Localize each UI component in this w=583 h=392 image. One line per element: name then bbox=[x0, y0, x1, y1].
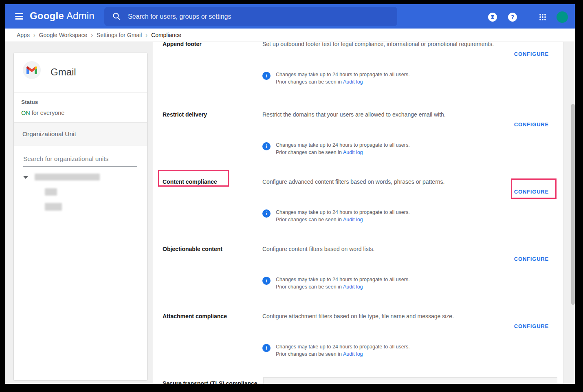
propagation-info: i Changes may take up to 24 hours to pro… bbox=[262, 209, 410, 223]
configure-button[interactable]: CONFIGURE bbox=[514, 51, 549, 57]
status-on-text: ON bbox=[21, 110, 30, 116]
info-line1: Changes may take up to 24 hours to propa… bbox=[276, 71, 410, 79]
org-unit-search-input[interactable] bbox=[23, 153, 137, 167]
google-admin-logo: GoogleAdmin bbox=[30, 10, 95, 22]
gmail-settings-sidebar: Gmail Status ON for everyone Organizatio… bbox=[14, 53, 147, 380]
admin-console-window: GoogleAdmin ? Apps › Google Wor bbox=[5, 4, 575, 384]
info-line1: Changes may take up to 24 hours to propa… bbox=[276, 344, 410, 351]
setting-label: Append footer bbox=[163, 42, 266, 48]
info-line2: Prior changes can be seen inAudit log bbox=[276, 79, 410, 86]
breadcrumb-google-workspace[interactable]: Google Workspace bbox=[39, 32, 88, 38]
info-line1: Changes may take up to 24 hours to propa… bbox=[276, 142, 410, 149]
info-icon: i bbox=[262, 72, 271, 80]
page-body: Gmail Status ON for everyone Organizatio… bbox=[5, 42, 575, 384]
global-search-box[interactable] bbox=[104, 7, 397, 26]
info-line1: Changes may take up to 24 hours to propa… bbox=[276, 209, 410, 216]
global-search-input[interactable] bbox=[128, 7, 389, 26]
setting-description: Configure attachment filters based on fi… bbox=[262, 313, 502, 320]
setting-description: Restrict the domains that your users are… bbox=[262, 111, 502, 118]
info-line2: Prior changes can be seen inAudit log bbox=[276, 149, 410, 156]
info-line2: Prior changes can be seen inAudit log bbox=[276, 351, 410, 358]
status-rest-text: for everyone bbox=[30, 110, 65, 116]
info-icon: i bbox=[262, 209, 271, 218]
setting-label: Objectionable content bbox=[163, 245, 266, 253]
account-avatar[interactable] bbox=[557, 11, 568, 23]
org-unit-child-redacted[interactable] bbox=[45, 203, 62, 211]
info-line1: Changes may take up to 24 hours to propa… bbox=[276, 276, 410, 284]
breadcrumb-settings-for-gmail[interactable]: Settings for Gmail bbox=[97, 32, 142, 38]
setting-label: Content compliance bbox=[163, 178, 266, 185]
configure-button[interactable]: CONFIGURE bbox=[514, 256, 549, 262]
info-line2: Prior changes can be seen inAudit log bbox=[276, 216, 410, 224]
setting-description: Configure advanced content filters based… bbox=[262, 178, 502, 185]
breadcrumb-separator: › bbox=[91, 32, 93, 38]
setting-label: Secure transport (TLS) compliance bbox=[163, 380, 277, 384]
configure-button[interactable]: CONFIGURE bbox=[514, 121, 549, 128]
propagation-info: i Changes may take up to 24 hours to pro… bbox=[262, 71, 410, 86]
audit-log-link[interactable]: Audit log bbox=[343, 217, 363, 222]
org-unit-search bbox=[23, 153, 137, 167]
setting-row-content-compliance: Content compliance Configure advanced co… bbox=[153, 178, 563, 245]
propagation-info: i Changes may take up to 24 hours to pro… bbox=[262, 142, 410, 156]
help-icon[interactable]: ? bbox=[508, 13, 517, 22]
setting-row-secure-transport-tls: Secure transport (TLS) compliance bbox=[153, 380, 563, 384]
breadcrumb-apps[interactable]: Apps bbox=[17, 32, 30, 38]
setting-label: Restrict delivery bbox=[163, 111, 266, 118]
info-icon: i bbox=[262, 277, 271, 285]
status-section: Status ON for everyone bbox=[14, 93, 147, 123]
audit-log-link[interactable]: Audit log bbox=[343, 79, 363, 85]
audit-log-link[interactable]: Audit log bbox=[343, 351, 363, 357]
breadcrumb-separator: › bbox=[33, 32, 35, 38]
setting-row-objectionable-content: Objectionable content Configure content … bbox=[153, 245, 563, 313]
setting-description: Configure content filters based on word … bbox=[262, 245, 502, 253]
gmail-logo-circle bbox=[23, 61, 41, 79]
propagation-info: i Changes may take up to 24 hours to pro… bbox=[262, 344, 410, 358]
status-label: Status bbox=[21, 99, 38, 105]
breadcrumb-compliance: Compliance bbox=[151, 32, 181, 38]
gmail-header: Gmail bbox=[14, 53, 147, 93]
audit-log-link[interactable]: Audit log bbox=[343, 150, 363, 155]
apps-grid-icon[interactable] bbox=[539, 13, 546, 21]
info-icon: i bbox=[262, 344, 271, 352]
sidebar-app-title: Gmail bbox=[51, 66, 76, 78]
configure-button-content-compliance[interactable]: CONFIGURE bbox=[514, 189, 549, 195]
search-icon bbox=[112, 12, 121, 20]
breadcrumb-separator: › bbox=[145, 32, 147, 38]
status-value: ON for everyone bbox=[21, 110, 64, 116]
setting-row-attachment-compliance: Attachment compliance Configure attachme… bbox=[153, 313, 563, 380]
hamburger-menu-icon[interactable] bbox=[15, 13, 23, 20]
audit-log-link[interactable]: Audit log bbox=[343, 284, 363, 290]
org-unit-child-redacted[interactable] bbox=[45, 188, 57, 196]
setting-row-append-footer: Append footer Set up outbound footer tex… bbox=[153, 42, 563, 108]
info-line2: Prior changes can be seen inAudit log bbox=[276, 284, 410, 291]
logo-admin-text: Admin bbox=[66, 10, 95, 21]
propagation-info: i Changes may take up to 24 hours to pro… bbox=[262, 276, 410, 291]
setting-label: Attachment compliance bbox=[163, 313, 266, 320]
setting-hover-panel bbox=[263, 377, 557, 384]
configure-button[interactable]: CONFIGURE bbox=[514, 323, 549, 329]
gmail-icon bbox=[26, 66, 37, 74]
setting-row-restrict-delivery: Restrict delivery Restrict the domains t… bbox=[153, 111, 563, 178]
vertical-scrollbar-thumb[interactable] bbox=[571, 104, 575, 305]
logo-google-text: Google bbox=[30, 10, 64, 21]
setting-description: Set up outbound footer text for legal co… bbox=[262, 42, 502, 48]
info-icon: i bbox=[262, 142, 271, 150]
tree-expand-caret-icon[interactable] bbox=[23, 176, 28, 179]
organizational-unit-label: Organizational Unit bbox=[22, 130, 76, 138]
compliance-settings-panel: Append footer Set up outbound footer tex… bbox=[153, 42, 563, 384]
app-bar: GoogleAdmin ? bbox=[5, 4, 575, 29]
organizational-unit-section-header: Organizational Unit bbox=[14, 123, 147, 145]
pending-tasks-icon[interactable] bbox=[488, 13, 497, 22]
breadcrumb: Apps › Google Workspace › Settings for G… bbox=[5, 29, 575, 42]
org-unit-root-redacted[interactable] bbox=[35, 174, 100, 181]
hourglass-icon bbox=[490, 15, 495, 20]
